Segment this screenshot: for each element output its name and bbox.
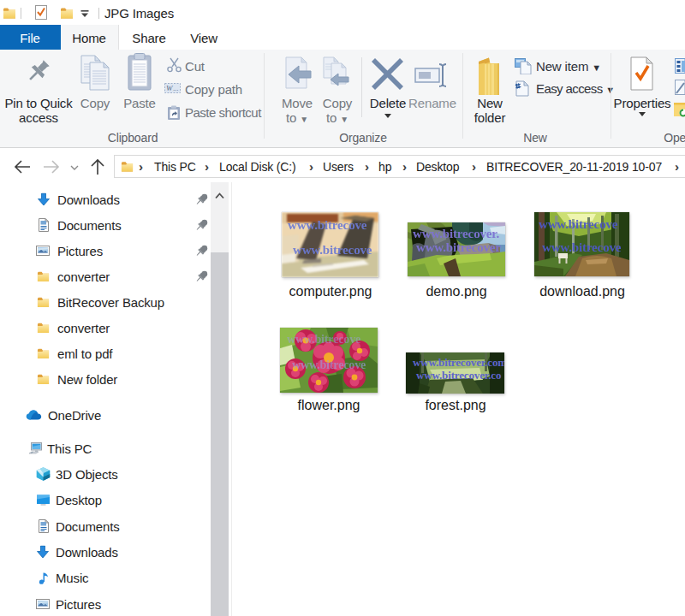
svg-text:...: ... (173, 85, 178, 92)
